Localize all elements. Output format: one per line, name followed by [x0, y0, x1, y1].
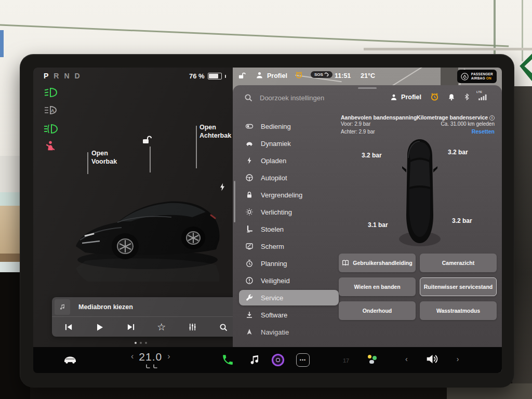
trunk-open-button[interactable]: Open Achterbak — [200, 124, 231, 140]
car-3d-view[interactable] — [70, 167, 225, 282]
frunk-open-button[interactable]: Open Voorbak — [91, 150, 117, 166]
media-page-dots[interactable] — [135, 342, 147, 344]
lock-callout-line — [150, 147, 151, 172]
seat-icon — [245, 225, 254, 233]
gear-selector[interactable]: P R N D — [44, 72, 81, 80]
speaker-icon[interactable] — [425, 353, 439, 365]
photo-scene: P R N D 76 % A — [0, 0, 532, 399]
next-track-button[interactable] — [126, 323, 135, 331]
reset-tire-service-link[interactable]: Resetten — [411, 128, 495, 135]
tire-pressure-front-left: 3.2 bar — [362, 152, 382, 159]
tire-pressure-rear-left: 3.1 bar — [368, 221, 388, 229]
car-top-view — [395, 137, 445, 250]
menu-item-scherm[interactable]: Scherm — [239, 238, 339, 254]
play-button[interactable] — [96, 323, 104, 331]
volume-down-arrow[interactable]: ‹ — [405, 355, 408, 363]
notifications-bell-icon[interactable] — [448, 94, 455, 101]
navigation-icon — [245, 328, 254, 336]
music-note-icon — [55, 299, 70, 315]
settings-profile-button[interactable]: Profiel — [390, 94, 421, 101]
menu-item-service[interactable]: Service — [239, 290, 339, 305]
search-placeholder: Doorzoek instellingen — [260, 94, 324, 102]
display-icon — [245, 242, 254, 250]
wrench-icon — [245, 294, 254, 302]
media-source-row[interactable]: Mediabron kiezen — [52, 297, 240, 317]
search-icon — [244, 94, 252, 102]
menu-item-software[interactable]: Software — [239, 307, 339, 323]
favorite-star-icon[interactable]: ☆ — [157, 322, 166, 332]
car-status-panel: P R N D 76 % A — [33, 68, 233, 373]
seat-heater-icons[interactable] — [145, 364, 158, 369]
gear-p[interactable]: P — [44, 72, 49, 80]
cellular-signal-icon: LTE — [478, 94, 487, 100]
settings-search[interactable]: Doorzoek instellingen — [244, 94, 324, 102]
seatbelt-warning-icon — [44, 140, 59, 153]
outside-temperature: 21°C — [361, 72, 375, 79]
menu-item-veiligheid[interactable]: Veiligheid — [239, 273, 339, 288]
menu-item-opladen[interactable]: Opladen — [239, 153, 339, 168]
menu-scrollbar[interactable] — [234, 181, 235, 222]
car-app-icon[interactable] — [62, 354, 78, 365]
volume-control[interactable]: ‹ › — [405, 353, 459, 365]
gear-d[interactable]: D — [75, 72, 81, 80]
unlocked-icon[interactable] — [238, 72, 247, 79]
volume-up-arrow[interactable]: › — [457, 355, 459, 363]
temp-up-arrow[interactable]: › — [167, 352, 170, 361]
airbag-icon — [461, 73, 469, 81]
menu-item-vergrendeling[interactable]: Vergrendeling — [239, 187, 339, 203]
charge-port-icon[interactable] — [219, 183, 225, 191]
media-source-label: Mediabron kiezen — [78, 303, 133, 311]
cabin-temperature[interactable]: 21.0 — [139, 351, 162, 363]
steering-wheel-icon — [245, 174, 254, 182]
wiper-service-button[interactable]: Ruitenwisser servicestand — [420, 277, 497, 296]
gear-n[interactable]: N — [64, 72, 70, 80]
equalizer-icon[interactable] — [188, 323, 197, 331]
menu-item-verlichting[interactable]: Verlichting — [239, 204, 339, 220]
trunk-callout-line — [196, 126, 197, 168]
bluetooth-icon[interactable] — [464, 93, 470, 101]
menu-item-dynamiek[interactable]: Dynamiek — [239, 136, 339, 151]
phone-app-icon[interactable] — [221, 353, 234, 366]
wheels-tires-button[interactable]: Wielen en banden — [339, 277, 416, 296]
temp-down-arrow[interactable]: ‹ — [131, 352, 134, 361]
menu-item-planning[interactable]: Planning — [239, 256, 339, 271]
car-icon — [245, 139, 254, 148]
sos-badge[interactable]: SOS — [311, 71, 332, 78]
recommended-pressure-block: Aanbevolen bandenspanning Voor: 2.9 bar … — [341, 114, 419, 136]
profile-icon — [390, 94, 397, 101]
timer-icon — [245, 259, 254, 268]
battery-percent: 76 % — [189, 72, 205, 80]
passenger-airbag-badge: PASSENGERAIRBAG ON — [457, 70, 497, 83]
menu-item-navigatie[interactable]: Navigatie — [239, 324, 339, 340]
radio-app-icon[interactable] — [271, 353, 285, 367]
previous-track-button[interactable] — [64, 323, 73, 331]
camera-view-button[interactable]: Camerazicht — [420, 254, 497, 272]
profile-label[interactable]: Profiel — [267, 72, 287, 79]
menu-item-autopilot[interactable]: Autopilot — [239, 170, 339, 185]
unlock-icon[interactable] — [141, 135, 152, 144]
profile-icon[interactable] — [256, 71, 263, 79]
sheet-drag-handle[interactable] — [358, 87, 377, 89]
media-search-icon[interactable] — [219, 323, 228, 331]
info-icon[interactable]: i — [489, 115, 495, 121]
more-apps-button[interactable]: ••• — [296, 353, 310, 367]
touchscreen-bezel: P R N D 76 % A — [20, 54, 514, 388]
gear-r[interactable]: R — [54, 72, 59, 80]
battery-nub — [225, 75, 227, 78]
music-app-icon[interactable] — [248, 354, 260, 366]
maintenance-button[interactable]: Onderhoud — [339, 301, 416, 320]
menu-item-bediening[interactable]: Bediening — [239, 118, 339, 134]
wall-shadow — [364, 48, 532, 50]
tire-service-block: Kilometrage bandenservice i Ca. 31.000 k… — [411, 114, 495, 135]
media-player[interactable]: Mediabron kiezen ☆ — [52, 297, 240, 337]
settings-menu: Bediening Dynamiek Opladen Autopilo — [239, 118, 339, 340]
car-wash-mode-button[interactable]: Wasstraatmodus — [420, 301, 497, 320]
alarm-active-icon[interactable] — [295, 71, 303, 79]
lock-icon — [245, 191, 254, 199]
climate-control[interactable]: ‹ 21.0 › — [131, 351, 170, 363]
alarm-active-icon[interactable] — [430, 92, 439, 101]
map-and-settings-panel: Profiel SOS 11:51 21°C PASSENGERAIRBAG O… — [233, 68, 502, 373]
menu-item-stoelen[interactable]: Stoelen — [239, 221, 339, 237]
owners-manual-button[interactable]: Gebruikershandleiding — [339, 254, 416, 272]
battery-status: 76 % — [189, 72, 226, 80]
